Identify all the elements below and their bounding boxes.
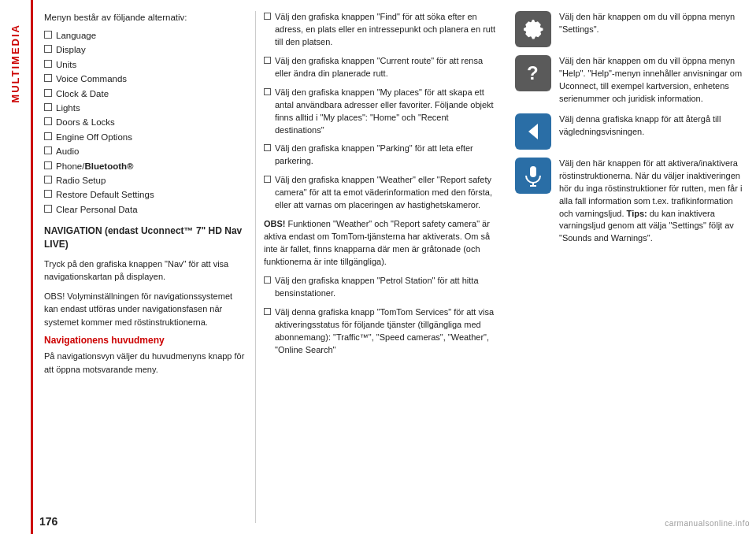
list-item: Clear Personal Data [44, 202, 246, 217]
back-arrow-icon [515, 113, 551, 150]
page-number: 176 [33, 515, 57, 528]
checkbox-icon [44, 161, 52, 169]
list-item: Clock & Date [44, 87, 246, 101]
list-item: Language [44, 28, 246, 43]
bullet-item: Välj den grafiska knappen "Find" för att… [264, 11, 499, 49]
checkbox-icon [44, 117, 52, 125]
icon-description: Välj den här knappen om du vill öppna me… [559, 55, 748, 106]
bullet-item: Välj den grafiska knappen "Parking" för … [264, 143, 499, 168]
bullet-square [264, 13, 271, 20]
bullet-text: Välj denna grafiska knapp "TomTom Servic… [275, 306, 499, 357]
checkbox-icon [44, 132, 52, 140]
bullet-text: Välj den grafiska knappen "My places" fö… [275, 87, 499, 137]
main-content: Menyn består av följande alternativ: Lan… [33, 0, 756, 534]
gear-icon [515, 11, 551, 47]
list-item: Display [44, 43, 246, 57]
bullet-item: Välj den grafiska knappen "Petrol Statio… [264, 275, 499, 300]
icon-row: ? Välj den här knappen om du vill öppna … [515, 55, 748, 106]
nav-body-3: På navigationsvyn väljer du huvudmenyns … [44, 350, 246, 376]
checkbox-icon [44, 45, 52, 53]
svg-text:?: ? [527, 62, 539, 83]
list-item: Doors & Locks [44, 115, 246, 129]
checkbox-icon [44, 205, 52, 213]
list-item: Lights [44, 101, 246, 115]
bullet-item: Välj den grafiska knappen "Weather" elle… [264, 174, 499, 212]
checkbox-icon [44, 190, 52, 198]
bullet-square [264, 144, 271, 151]
svg-rect-2 [530, 166, 536, 177]
list-item: Units [44, 57, 246, 72]
checkbox-icon [44, 176, 52, 184]
list-item: Voice Commands [44, 72, 246, 86]
sidebar-label: MULTIMEDIA [9, 24, 21, 103]
checkbox-icon [44, 31, 52, 39]
icon-description: Välj den här knappen om du vill öppna me… [559, 11, 748, 36]
sidebar: MULTIMEDIA [0, 0, 33, 534]
checkbox-icon [44, 146, 52, 154]
menu-list: LanguageDisplayUnitsVoice CommandsClock … [44, 28, 246, 217]
bullet-square [264, 308, 271, 315]
nav-body-2: OBS! Volyminställningen för navigationss… [44, 290, 246, 329]
bullet-text: Välj den grafiska knappen "Petrol Statio… [275, 275, 499, 300]
bullet-square [264, 276, 271, 284]
bullet-item: OBS! Funktionen "Weather" och "Report sa… [264, 218, 499, 269]
watermark: carmanualsonline.info [665, 519, 750, 528]
icon-description: Välj denna grafiska knapp för att återgå… [559, 113, 748, 139]
bullet-square [264, 88, 271, 95]
list-item: Audio [44, 144, 246, 158]
icon-row: Välj denna grafiska knapp för att återgå… [515, 113, 748, 150]
bullet-text: Välj den grafiska knappen "Parking" för … [275, 143, 499, 168]
bullet-text: Välj den grafiska knappen "Current route… [275, 55, 499, 80]
icon-row: Välj den här knappen för att aktivera/in… [515, 158, 748, 246]
checkbox-icon [44, 103, 52, 111]
icon-description: Välj den här knappen för att aktivera/in… [559, 158, 748, 246]
right-column: Välj den här knappen om du vill öppna me… [507, 11, 756, 523]
bullet-square [264, 57, 271, 64]
list-item: Radio Setup [44, 173, 246, 187]
bullet-item: Välj denna grafiska knapp "TomTom Servic… [264, 306, 499, 357]
list-item: Phone/Bluetooth® [44, 159, 246, 173]
bullet-item: Välj den grafiska knappen "My places" fö… [264, 87, 499, 137]
list-item: Restore Default Settings [44, 187, 246, 202]
help-icon: ? [515, 55, 551, 91]
bullet-item: Välj den grafiska knappen "Current route… [264, 55, 499, 80]
bullet-text: OBS! Funktionen "Weather" och "Report sa… [264, 218, 499, 269]
icon-row: Välj den här knappen om du vill öppna me… [515, 11, 748, 47]
nav-heading: NAVIGATION (endast Uconnect™ 7" HD Nav L… [44, 224, 246, 251]
nav-body-1: Tryck på den grafiska knappen "Nav" för … [44, 258, 246, 284]
checkbox-icon [44, 60, 52, 68]
list-item: Engine Off Options [44, 130, 246, 144]
svg-marker-1 [528, 124, 538, 139]
voice-icon [515, 158, 551, 194]
bullet-square [264, 176, 271, 183]
bullet-text: Välj den grafiska knappen "Find" för att… [275, 11, 499, 49]
checkbox-icon [44, 89, 52, 97]
nav-subheading: Navigationens huvudmeny [44, 335, 246, 346]
left-column: Menyn består av följande alternativ: Lan… [44, 11, 255, 523]
checkbox-icon [44, 74, 52, 82]
middle-column: Välj den grafiska knappen "Find" för att… [255, 11, 507, 523]
menu-intro: Menyn består av följande alternativ: [44, 11, 246, 24]
bullet-text: Välj den grafiska knappen "Weather" elle… [275, 174, 499, 212]
page-container: MULTIMEDIA Menyn består av följande alte… [0, 0, 756, 534]
